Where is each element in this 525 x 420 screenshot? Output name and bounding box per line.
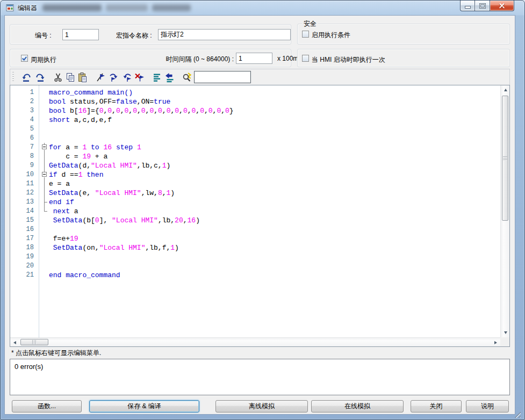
scroll-down-button[interactable] xyxy=(501,328,510,337)
toggle-bookmark-button[interactable] xyxy=(95,71,106,83)
code-text: next a xyxy=(49,207,78,216)
save-compile-button[interactable]: 保存 & 编译 xyxy=(89,400,199,412)
arrow-left-icon xyxy=(12,341,16,344)
code-line-14[interactable]: 14 next a xyxy=(10,207,500,216)
code-line-7[interactable]: 7for a = 1 to 16 step 1 xyxy=(10,143,500,152)
code-line-21[interactable]: 21end macro_command xyxy=(10,271,500,280)
macro-number-input[interactable] xyxy=(62,29,99,40)
code-line-15[interactable]: 15 SetData(b[0], "Local HMI",lb,20,16) xyxy=(10,216,500,225)
fold-guide xyxy=(40,234,49,243)
code-text: e = a xyxy=(49,179,70,189)
code-line-18[interactable]: 18 SetData(on,"Local HMI",lb,f,1) xyxy=(10,243,500,252)
arrow-down-icon xyxy=(504,331,507,336)
gutter-separator xyxy=(39,85,39,337)
code-line-1[interactable]: 1macro_command main() xyxy=(10,88,500,97)
code-line-10[interactable]: 10if d ==1 then xyxy=(10,170,500,179)
security-group: 安全 启用执行条件 xyxy=(297,24,510,45)
fold-toggle-icon[interactable] xyxy=(40,143,49,152)
horizontal-scrollbar[interactable] xyxy=(10,337,500,346)
undo-button[interactable] xyxy=(21,71,32,83)
code-line-6[interactable]: 6 xyxy=(10,134,500,143)
code-text: end if xyxy=(49,198,74,207)
scroll-left-button[interactable] xyxy=(10,338,19,347)
code-line-19[interactable]: 19 xyxy=(10,252,500,262)
thumb-grip-icon xyxy=(32,340,37,344)
line-number: 18 xyxy=(10,243,37,252)
maximize-icon xyxy=(480,4,485,8)
periodic-checkbox[interactable] xyxy=(21,55,28,62)
maximize-button[interactable] xyxy=(475,1,490,11)
redacted-text xyxy=(106,4,148,11)
code-line-16[interactable]: 16 xyxy=(10,225,500,234)
fold-guide xyxy=(40,243,49,252)
scroll-up-button[interactable] xyxy=(501,85,510,95)
code-line-9[interactable]: 9GetData(d,"Local HMI",lb,c,1) xyxy=(10,161,500,170)
fold-guide xyxy=(40,179,49,189)
vertical-scrollbar[interactable] xyxy=(500,85,509,337)
line-number: 2 xyxy=(10,97,37,106)
redo-icon xyxy=(34,72,45,83)
scroll-right-button[interactable] xyxy=(491,338,500,347)
paste-button[interactable] xyxy=(77,71,88,83)
undo-icon xyxy=(21,72,32,83)
code-line-3[interactable]: 3bool b[16]={0,0,0,0,0,0,0,0,0,0,0,0,0,0… xyxy=(10,106,500,115)
toolbar xyxy=(10,69,510,85)
close-button[interactable] xyxy=(490,1,514,11)
paste-icon xyxy=(77,72,88,83)
toolbar-grip[interactable] xyxy=(12,72,14,83)
fold-toggle-icon[interactable] xyxy=(40,170,49,179)
security-legend: 安全 xyxy=(302,20,318,28)
line-number: 21 xyxy=(10,271,37,280)
line-number: 16 xyxy=(10,225,37,234)
macro-name-input[interactable] xyxy=(158,29,291,40)
find-input[interactable] xyxy=(194,71,251,83)
code-text: if d ==1 then xyxy=(49,170,103,179)
close-dialog-button[interactable]: 关闭 xyxy=(411,400,462,412)
next-bookmark-button[interactable] xyxy=(108,71,119,83)
run-on-startup-label: 当 HMI 启动时即执行一次 xyxy=(312,55,385,64)
editor-window: 编辑器 编号 : 宏指令名称 : 安全 启用执行条件 周期执行 时间间隔 (0 … xyxy=(0,0,525,420)
error-count: 0 error(s) xyxy=(15,363,43,371)
resize-grip[interactable] xyxy=(514,411,521,418)
cut-button[interactable] xyxy=(52,71,63,83)
help-button[interactable]: 说明 xyxy=(466,400,509,412)
goto-line-button[interactable] xyxy=(164,71,175,83)
offline-simulation-button[interactable]: 离线模拟 xyxy=(215,400,308,412)
code-editor[interactable]: 1macro_command main()2bool status,OFF=fa… xyxy=(10,85,510,347)
code-line-17[interactable]: 17 f=e+19 xyxy=(10,234,500,243)
line-number: 13 xyxy=(10,198,37,207)
compile-output[interactable]: 0 error(s) xyxy=(10,359,510,395)
code-line-8[interactable]: 8 c = 19 + a xyxy=(10,152,500,161)
next-bookmark-icon xyxy=(109,72,119,83)
redo-button[interactable] xyxy=(34,71,45,83)
copy-button[interactable] xyxy=(64,71,76,83)
vertical-scroll-thumb[interactable] xyxy=(502,96,508,221)
horizontal-scroll-thumb[interactable] xyxy=(20,339,48,345)
code-line-4[interactable]: 4short a,c,d,e,f xyxy=(10,115,500,125)
code-line-20[interactable]: 20 xyxy=(10,262,500,271)
online-simulation-button[interactable]: 在线模拟 xyxy=(311,400,404,412)
code-line-2[interactable]: 2bool status,OFF=false,ON=true xyxy=(10,97,500,106)
interval-label: 时间间隔 (0 ~ 864000) : xyxy=(141,55,234,64)
code-area[interactable]: 1macro_command main()2bool status,OFF=fa… xyxy=(10,85,500,337)
hint-text: * 点击鼠标右键可显示编辑菜单. xyxy=(11,349,101,358)
fold-guide xyxy=(40,198,49,207)
fold-guide xyxy=(40,134,49,143)
code-line-13[interactable]: 13end if xyxy=(10,198,500,207)
previous-bookmark-button[interactable] xyxy=(121,71,132,83)
find-button[interactable] xyxy=(181,71,192,83)
code-text: bool b[16]={0,0,0,0,0,0,0,0,0,0,0,0,0,0,… xyxy=(49,106,234,115)
titlebar[interactable]: 编辑器 xyxy=(1,1,524,16)
line-number: 20 xyxy=(10,262,37,271)
minimize-button[interactable] xyxy=(460,1,475,11)
code-line-11[interactable]: 11e = a xyxy=(10,179,500,189)
line-number: 19 xyxy=(10,252,37,262)
functions-button[interactable]: 函数... xyxy=(12,400,82,412)
run-on-startup-checkbox[interactable] xyxy=(302,55,309,62)
code-line-12[interactable]: 12SetData(e, "Local HMI",lw,8,1) xyxy=(10,189,500,198)
interval-input[interactable] xyxy=(236,53,272,64)
line-list-button[interactable] xyxy=(151,71,162,83)
code-line-5[interactable]: 5 xyxy=(10,125,500,134)
clear-bookmarks-button[interactable] xyxy=(134,71,145,83)
enable-condition-checkbox[interactable] xyxy=(302,31,309,38)
